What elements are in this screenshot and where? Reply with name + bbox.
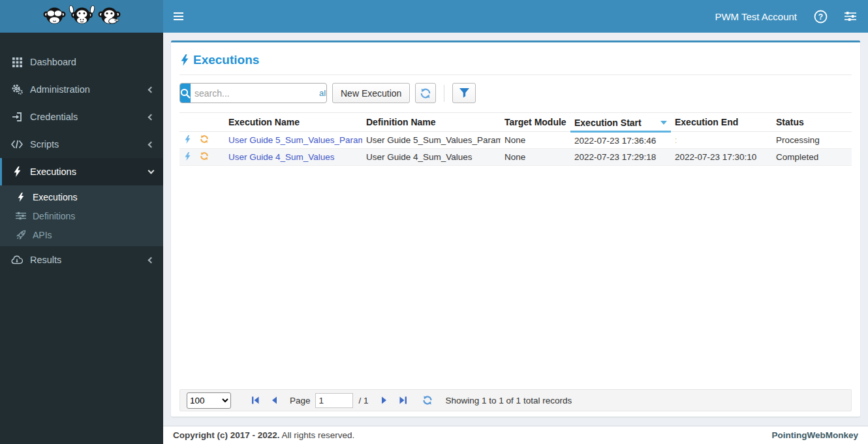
sidebar-item-label: Administration: [30, 84, 90, 95]
sidebar-logo[interactable]: [0, 0, 163, 33]
col-execution-end[interactable]: Execution End: [671, 113, 772, 132]
sliders-icon: [845, 11, 856, 22]
col-run-icon: [179, 113, 196, 132]
table-row: User Guide 5_Sum_Values_Param User Guide…: [179, 132, 852, 149]
toolbar-divider: [444, 85, 444, 102]
col-definition-name[interactable]: Definition Name: [362, 113, 501, 132]
copyright-text: Copyright (c) 2017 - 2022. All rights re…: [173, 430, 354, 440]
question-circle-icon: ?: [814, 10, 828, 24]
sidebar-toggle-button[interactable]: [163, 0, 193, 33]
submenu-item-label: APIs: [33, 230, 52, 240]
page-size-select[interactable]: 100: [187, 392, 231, 409]
status-cell: Processing: [772, 132, 852, 149]
sort-desc-icon: [660, 121, 667, 125]
col-refresh-icon: [196, 113, 225, 132]
bolt-icon: [181, 54, 189, 66]
definition-name-cell: User Guide 5_Sum_Values_Param: [362, 132, 501, 149]
account-menu[interactable]: PWM Test Account: [715, 11, 797, 22]
page-title: Executions: [179, 48, 852, 70]
filter-button[interactable]: [452, 83, 476, 103]
execution-name-link[interactable]: User Guide 4_Sum_Values: [228, 152, 335, 162]
sidebar-item-label: Results: [30, 255, 61, 265]
search-input[interactable]: [191, 84, 317, 103]
sidebar-item-executions[interactable]: Executions: [0, 158, 163, 185]
definition-name-cell: User Guide 4_Sum_Values: [362, 149, 501, 166]
refresh-action[interactable]: [196, 149, 225, 166]
sidebar-item-label: Executions: [30, 166, 76, 177]
executions-table: Execution Name Definition Name Target Mo…: [179, 112, 852, 166]
submenu-item-executions[interactable]: Executions: [0, 187, 163, 206]
run-action[interactable]: [179, 132, 196, 149]
refresh-action[interactable]: [196, 132, 225, 149]
bolt-icon: [14, 193, 27, 202]
new-execution-button[interactable]: New Execution: [332, 83, 410, 103]
executions-card: Executions all New Execution: [171, 40, 860, 417]
title-divider: [179, 74, 852, 75]
search-icon: [180, 88, 191, 99]
chevron-left-icon: [148, 114, 155, 120]
page-title-text: Executions: [193, 53, 259, 67]
prev-page-icon: [270, 396, 278, 405]
execution-end-cell: :: [671, 132, 772, 149]
page-number-input[interactable]: [315, 393, 353, 408]
refresh-button[interactable]: [415, 83, 436, 103]
first-page-button[interactable]: [248, 394, 262, 406]
sidebar-item-administration[interactable]: Administration: [0, 76, 163, 103]
sidebar-item-label: Credentials: [30, 112, 78, 122]
rocket-icon: [14, 230, 27, 240]
sidebar-item-results[interactable]: Results: [0, 246, 163, 274]
submenu-item-definitions[interactable]: Definitions: [0, 206, 163, 225]
total-pages-label: / 1: [359, 396, 369, 405]
code-icon: [10, 140, 24, 149]
chevron-left-icon: [148, 141, 155, 148]
bolt-icon: [185, 152, 191, 161]
sidebar-item-scripts[interactable]: Scripts: [0, 131, 163, 158]
target-module-cell: None: [501, 149, 570, 166]
col-execution-start[interactable]: Execution Start: [570, 113, 671, 132]
footer: Copyright (c) 2017 - 2022. All rights re…: [163, 426, 868, 444]
submenu-item-label: Executions: [33, 192, 77, 202]
help-button[interactable]: ?: [814, 10, 828, 24]
execution-end-cell: 2022-07-23 17:30:10: [671, 149, 772, 166]
target-module-cell: None: [501, 132, 570, 149]
bolt-icon: [185, 135, 191, 144]
col-status[interactable]: Status: [772, 113, 852, 132]
sidebar-nav: Dashboard Administration Credentials: [0, 33, 163, 444]
hamburger-icon: [174, 10, 183, 22]
submenu-item-apis[interactable]: APIs: [0, 225, 163, 244]
execution-start-cell: 2022-07-23 17:29:18: [570, 149, 671, 166]
table-header-row: Execution Name Definition Name Target Mo…: [179, 113, 852, 132]
sliders-icon: [14, 212, 27, 220]
col-target-module[interactable]: Target Module: [501, 113, 570, 132]
refresh-icon: [422, 395, 433, 405]
execution-name-link[interactable]: User Guide 5_Sum_Values_Param: [228, 135, 362, 145]
chevron-left-icon: [148, 257, 155, 263]
footer-brand: PointingWebMonkey: [771, 430, 858, 440]
next-page-icon: [380, 396, 388, 405]
prev-page-button[interactable]: [268, 394, 281, 406]
toolbar: all New Execution: [179, 83, 852, 103]
executions-submenu: Executions Definitions: [0, 185, 163, 246]
filter-funnel-icon: [459, 88, 469, 98]
search-button[interactable]: [180, 83, 191, 103]
settings-button[interactable]: [845, 11, 856, 22]
sidebar-item-dashboard[interactable]: Dashboard: [0, 48, 163, 76]
pagination-bar: 100 Page / 1: [179, 389, 852, 411]
next-page-button[interactable]: [378, 394, 391, 406]
search-scope-dropdown[interactable]: all: [317, 88, 327, 98]
last-page-button[interactable]: [396, 394, 411, 406]
content-area: Executions all New Execution: [163, 33, 868, 426]
records-summary: Showing 1 to 1 of 1 total records: [446, 396, 572, 405]
copyright-years: Copyright (c) 2017 - 2022.: [173, 430, 280, 440]
svg-text:?: ?: [818, 12, 823, 22]
col-execution-name[interactable]: Execution Name: [225, 113, 362, 132]
chevron-left-icon: [148, 86, 155, 93]
run-action[interactable]: [179, 149, 196, 166]
refresh-list-button[interactable]: [420, 394, 435, 407]
submenu-item-label: Definitions: [33, 211, 75, 221]
bolt-icon: [10, 166, 24, 177]
refresh-icon: [200, 151, 209, 161]
sidebar-item-credentials[interactable]: Credentials: [0, 103, 163, 131]
chevron-down-icon: [148, 168, 155, 174]
top-navbar: PWM Test Account ?: [163, 0, 868, 33]
